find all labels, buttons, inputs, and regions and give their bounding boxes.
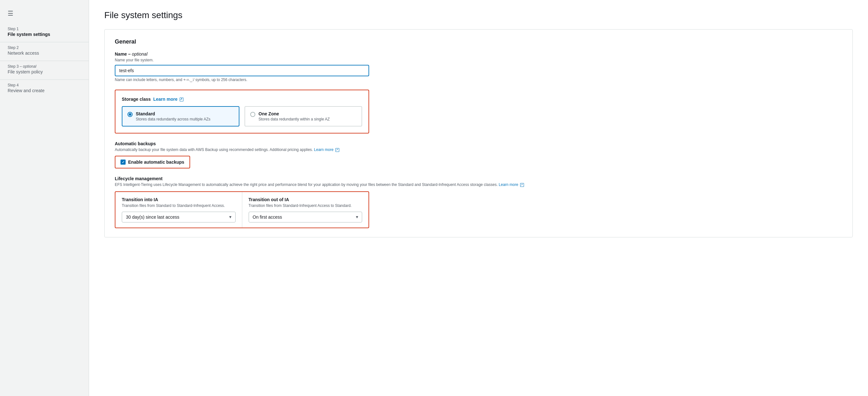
name-input[interactable] [115,65,369,76]
out-of-ia-desc: Transition files from Standard-Infrequen… [249,203,363,208]
name-field-group: Name – optional Name your file system. N… [115,52,842,82]
sidebar-item-step2[interactable]: Step 2 Network access [0,42,89,61]
sidebar: ☰ Step 1 File system settings Step 2 Net… [0,0,89,396]
lifecycle-heading: Lifecycle management [115,176,842,181]
storage-class-header: Storage class Learn more [122,97,362,102]
storage-class-learn-more-link[interactable]: Learn more [153,97,183,102]
standard-title: Standard [136,111,211,116]
lifecycle-table: Transition into IA Transition files from… [115,191,369,228]
enable-backups-checkbox[interactable] [121,160,126,165]
radio-one-zone [250,112,255,117]
step1-num: Step 1 [8,27,81,31]
external-link-icon-backups [335,148,339,152]
lifecycle-desc: EFS Intelligent-Tiering uses Lifecycle M… [115,183,842,187]
step2-num: Step 2 [8,45,81,50]
step4-num: Step 4 [8,83,81,88]
auto-backups-desc: Automatically backup your file system da… [115,147,842,152]
auto-backups-learn-more-link[interactable]: Learn more [314,147,340,152]
one-zone-desc: Stores data redundantly within a single … [258,117,330,122]
standard-desc: Stores data redundantly across multiple … [136,117,211,122]
into-ia-title: Transition into IA [122,197,236,202]
step2-title: Network access [8,51,81,56]
step3-title: File system policy [8,69,81,74]
name-label: Name – optional [115,52,842,57]
storage-options: Standard Stores data redundantly across … [122,106,362,127]
lifecycle-cell-into-ia: Transition into IA Transition files from… [116,192,242,228]
external-link-icon-lifecycle [520,183,524,187]
step4-title: Review and create [8,88,81,93]
step3-num: Step 3 – optional [8,64,81,69]
out-of-ia-select[interactable]: None On first access [249,212,363,223]
menu-icon[interactable]: ☰ [0,6,89,24]
lifecycle-section: Lifecycle management EFS Intelligent-Tie… [115,176,842,228]
external-link-icon [180,98,183,101]
storage-option-standard[interactable]: Standard Stores data redundantly across … [122,106,240,127]
auto-backups-heading: Automatic backups [115,141,842,146]
out-of-ia-title: Transition out of IA [249,197,363,202]
into-ia-select[interactable]: None 7 day(s) since last access 14 day(s… [122,212,236,223]
name-hint: Name your file system. [115,58,842,62]
general-section: General Name – optional Name your file s… [104,29,853,237]
lifecycle-cell-out-of-ia: Transition out of IA Transition files fr… [242,192,369,228]
general-heading: General [115,38,842,45]
main-content: File system settings General Name – opti… [89,0,868,396]
enable-backups-label[interactable]: Enable automatic backups [115,156,190,168]
name-constraint: Name can include letters, numbers, and +… [115,77,842,82]
page-title: File system settings [104,10,853,20]
lifecycle-row: Transition into IA Transition files from… [116,192,369,228]
storage-option-one-zone[interactable]: One Zone Stores data redundantly within … [245,106,362,127]
into-ia-desc: Transition files from Standard to Standa… [122,203,236,208]
automatic-backups-section: Automatic backups Automatically backup y… [115,141,842,168]
enable-backups-text: Enable automatic backups [128,160,184,165]
one-zone-title: One Zone [258,111,330,116]
storage-class-box: Storage class Learn more Standard Stores… [115,90,369,133]
sidebar-item-step1[interactable]: Step 1 File system settings [0,24,89,42]
step1-title: File system settings [8,32,81,37]
sidebar-item-step3[interactable]: Step 3 – optional File system policy [0,61,89,80]
sidebar-item-step4[interactable]: Step 4 Review and create [0,80,89,98]
into-ia-select-wrapper: None 7 day(s) since last access 14 day(s… [122,212,236,223]
out-of-ia-select-wrapper: None On first access ▼ [249,212,363,223]
radio-standard [127,112,132,117]
lifecycle-learn-more-link[interactable]: Learn more [499,183,524,187]
